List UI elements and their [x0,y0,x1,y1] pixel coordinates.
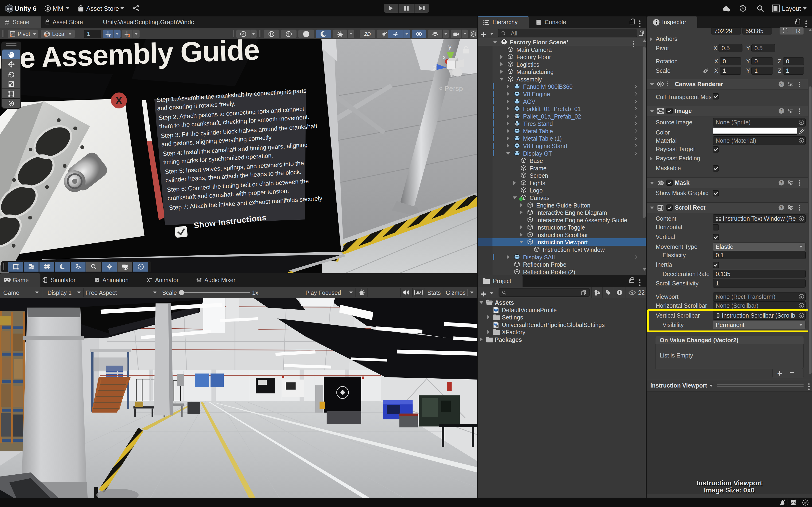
svg-text:?: ? [780,109,782,113]
svg-text:X: X [115,94,123,107]
svg-text:< Persp: < Persp [439,84,463,92]
svg-text:?: ? [780,205,782,210]
svg-text:x: x [443,54,446,61]
svg-text:y: y [448,44,452,50]
svg-text:Y: Y [108,34,110,37]
svg-text:?: ? [780,82,782,87]
svg-text:?: ? [780,180,782,185]
svg-text:z: z [433,64,436,71]
